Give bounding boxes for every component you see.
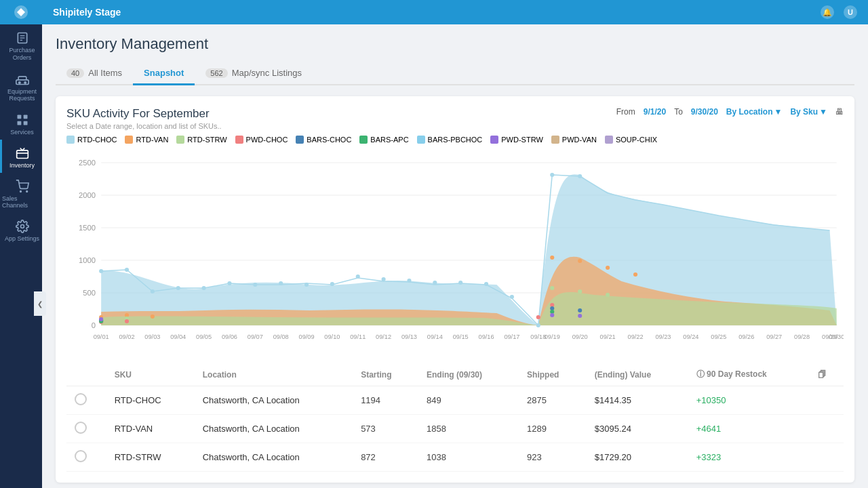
svg-text:2000: 2000 [79,191,96,199]
svg-text:09/02: 09/02 [119,333,135,340]
svg-rect-10 [17,121,21,125]
col-header-sku: SKU [106,363,195,386]
legend-item-rtd-strw[interactable]: RTD-STRW [176,136,226,144]
svg-point-61 [550,313,554,317]
svg-text:09/21: 09/21 [600,333,616,340]
row-starting: 1194 [353,386,418,415]
row-value: $1729.20 [587,443,688,472]
legend-color [417,136,425,144]
sidebar: Purchase Orders Equipment Requests Servi… [0,0,42,488]
legend-item-bars-choc[interactable]: BARS-CHOC [296,136,351,144]
tab-snapshot[interactable]: Snapshot [133,62,195,85]
tab-map-sync-badge: 562 [205,68,227,78]
svg-text:09/22: 09/22 [628,333,644,340]
tab-all-items-label: All Items [88,68,122,78]
row-sku: RTD-VAN [106,415,195,443]
svg-text:0: 0 [92,321,96,329]
row-sku: RTD-STRW [106,443,195,472]
legend-item-rtd-van[interactable]: RTD-VAN [125,136,168,144]
chart-svg: 0 500 1000 1500 2000 2500 [66,149,844,352]
row-actions [810,386,844,415]
row-check[interactable] [66,443,106,472]
legend-item-soup-chix[interactable]: SOUP-CHIX [605,136,657,144]
svg-text:09/30: 09/30 [829,333,844,340]
from-date[interactable]: 9/1/20 [644,107,666,117]
svg-text:09/24: 09/24 [683,333,698,340]
row-sku: RTD-CHOC [106,386,195,415]
chevron-down-icon: ▼ [774,107,783,117]
chart-title-area: SKU Activity For September Select a Date… [66,107,616,130]
row-restock: +10350 [688,386,810,415]
legend-item-pwd-choc[interactable]: PWD-CHOC [235,136,288,144]
topbar-notifications-icon[interactable]: 🔔 [821,5,834,19]
svg-rect-12 [16,150,28,159]
svg-text:1000: 1000 [79,256,96,264]
legend-item-pwd-van[interactable]: PWD-VAN [551,136,597,144]
table-row: RTD-VAN Chatsworth, CA Location 573 1858… [66,415,844,443]
legend-item-bars-pbchoc[interactable]: BARS-PBCHOC [417,136,483,144]
col-header-ending: Ending (09/30) [418,363,519,386]
svg-point-69 [433,281,437,285]
tab-all-items[interactable]: 40 All Items [56,62,133,85]
row-ending: 849 [418,386,519,415]
legend-label: RTD-STRW [187,136,226,144]
sidebar-item-app-settings[interactable]: App Settings [0,213,42,246]
sidebar-item-sales-channels[interactable]: Sales Channels [0,173,42,213]
svg-text:09/09: 09/09 [299,333,315,340]
row-location: Chatsworth, CA Location [195,386,353,415]
row-check[interactable] [66,386,106,415]
legend-label: RTD-CHOC [77,136,117,144]
svg-point-68 [407,279,411,283]
row-check[interactable] [66,415,106,443]
svg-point-60 [99,317,103,321]
sidebar-collapse-button[interactable]: ❮ [34,291,46,316]
legend-color [551,136,559,144]
svg-point-64 [304,283,309,287]
svg-text:09/06: 09/06 [222,333,237,340]
content-area: Inventory Management 40 All Items Snapsh… [42,24,868,488]
svg-point-72 [510,295,514,299]
legend-color [359,136,368,144]
svg-point-15 [26,191,27,192]
tab-map-sync-label: Map/sync Listings [232,68,302,78]
svg-point-57 [578,308,582,312]
print-icon[interactable]: 🖶 [835,107,844,117]
sidebar-item-purchase-orders[interactable]: Purchase Orders [0,24,42,66]
sidebar-item-services[interactable]: Services [0,106,42,140]
svg-point-50 [606,293,610,297]
legend-item-rtd-choc[interactable]: RTD-CHOC [66,136,117,144]
svg-text:09/10: 09/10 [324,333,340,340]
svg-text:09/17: 09/17 [504,333,519,340]
chart-card: SKU Activity For September Select a Date… [56,96,854,483]
chevron-down-icon: ▼ [819,107,827,117]
legend-item-pwd-strw[interactable]: PWD-STRW [490,136,543,144]
svg-point-53 [536,315,540,319]
svg-text:09/07: 09/07 [248,333,263,340]
row-shipped: 2875 [519,386,587,415]
tab-map-sync[interactable]: 562 Map/sync Listings [195,62,313,85]
svg-point-41 [151,314,155,319]
col-header-location: Location [195,363,353,386]
chart-legend: RTD-CHOCRTD-VANRTD-STRWPWD-CHOCBARS-CHOC… [66,136,844,144]
to-date[interactable]: 9/30/20 [691,107,718,117]
legend-color [605,136,613,144]
topbar-user-avatar[interactable]: U [844,5,857,19]
svg-point-70 [458,281,462,285]
svg-text:09/11: 09/11 [350,333,366,340]
svg-point-31 [151,289,155,293]
row-shipped: 923 [519,443,587,472]
svg-point-48 [550,286,554,290]
by-sku-dropdown[interactable]: By Sku ▼ [790,107,827,117]
chart-subtitle: Select a Date range, location and list o… [66,122,616,130]
col-header-starting: Starting [353,363,418,386]
legend-label: PWD-CHOC [246,136,288,144]
legend-item-bars-apc[interactable]: BARS-APC [359,136,408,144]
svg-text:09/01: 09/01 [94,333,109,340]
sidebar-item-equipment[interactable]: Equipment Requests [0,66,42,107]
table-header-row: SKU Location Starting Ending (09/30) Shi… [66,363,844,386]
svg-point-49 [578,289,582,293]
sidebar-item-inventory[interactable]: Inventory [0,140,42,173]
sidebar-item-label: Equipment Requests [2,88,42,103]
col-header-shipped: Shipped [519,363,587,386]
by-location-dropdown[interactable]: By Location ▼ [726,107,783,117]
